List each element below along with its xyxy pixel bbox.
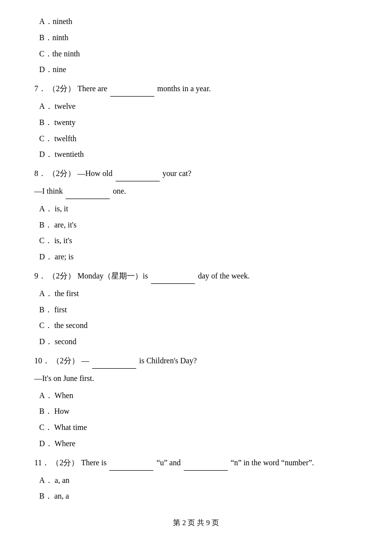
q11-option-b: B． an, a	[34, 489, 358, 504]
q8-option-d-text: are; is	[55, 252, 74, 261]
q10-option-c-text: What time	[54, 423, 87, 431]
q8-blank2	[66, 184, 110, 199]
q8-option-b: B． are, it's	[34, 218, 358, 232]
q11-option-b-label: B．	[39, 492, 52, 500]
q10-line1-before: —	[81, 356, 89, 365]
q10-option-a-label: A．	[39, 391, 53, 400]
q7-option-a-label: A．	[39, 102, 53, 110]
q11-option-b-text: an, a	[54, 492, 69, 500]
q10-points: （2分）	[52, 356, 79, 365]
q9-option-a: A． the first	[34, 287, 358, 301]
option-a-nineth-text: A．nineth	[39, 17, 73, 25]
option-c-the-ninth: C．the ninth	[34, 47, 358, 61]
q10-line2: —It's on June first.	[34, 374, 94, 382]
q8-line2-before: —I think	[34, 187, 63, 195]
q8-option-c: C． is, it's	[34, 234, 358, 248]
option-d-nine-text: D．nine	[39, 65, 66, 74]
q10-option-a: A． When	[34, 389, 358, 403]
q7-number: 7．	[34, 84, 46, 93]
option-b-ninth-text: B．ninth	[39, 33, 69, 42]
question-7: 7． （2分） There are months in a year.	[34, 82, 358, 97]
footer-text: 第 2 页 共 9 页	[173, 519, 219, 527]
q8-points: （2分）	[48, 169, 75, 177]
q11-option-a-label: A．	[39, 476, 53, 484]
q9-option-c-text: the second	[54, 321, 88, 329]
q7-text-after: months in a year.	[157, 84, 211, 93]
q9-option-d-text: second	[55, 337, 76, 346]
q10-blank1	[92, 354, 136, 369]
q9-text-before: Monday（星期一）is	[77, 272, 148, 280]
q10-option-b: B． How	[34, 404, 358, 419]
q11-text-middle2: “n” in the word “number”.	[231, 458, 314, 467]
q8-line2-after: one.	[113, 187, 126, 195]
q9-option-c: C． the second	[34, 319, 358, 333]
q8-option-b-label: B．	[39, 221, 52, 229]
page-footer: 第 2 页 共 9 页	[34, 518, 358, 528]
q8-option-c-text: is, it's	[54, 236, 73, 245]
q9-option-d-label: D．	[39, 337, 53, 346]
question-8-line2: —I think one.	[34, 184, 358, 199]
q9-option-b: B． first	[34, 303, 358, 317]
q8-option-d: D． are; is	[34, 250, 358, 264]
q11-option-a-text: a, an	[55, 476, 70, 484]
option-b-ninth: B．ninth	[34, 31, 358, 45]
q10-number: 10．	[34, 356, 50, 365]
question-9: 9． （2分） Monday（星期一）is day of the week.	[34, 269, 358, 284]
q7-option-b-text: twenty	[54, 118, 76, 126]
q9-option-c-label: C．	[39, 321, 52, 329]
q10-option-d: D． Where	[34, 437, 358, 451]
q9-option-a-text: the first	[55, 289, 79, 298]
q11-points: （2分）	[51, 458, 79, 467]
question-10-line1: 10． （2分） — is Children's Day?	[34, 354, 358, 369]
q8-option-c-label: C．	[39, 236, 52, 245]
q9-option-b-label: B．	[39, 305, 52, 314]
q9-number: 9．	[34, 272, 46, 280]
q7-option-d-text: twentieth	[55, 150, 84, 158]
q11-number: 11．	[34, 458, 49, 467]
q10-option-c-label: C．	[39, 423, 52, 431]
q7-option-c-text: twelfth	[54, 134, 76, 143]
q7-option-a: A． twelve	[34, 100, 358, 114]
question-8-line1: 8． （2分） —How old your cat?	[34, 167, 358, 181]
q9-option-a-label: A．	[39, 289, 53, 298]
q7-option-c-label: C．	[39, 134, 52, 143]
q10-line1-after: is Children's Day?	[139, 356, 197, 365]
q7-blank	[110, 82, 154, 97]
q8-line1-before: —How old	[77, 169, 113, 177]
q8-option-a-text: is, it	[55, 204, 69, 213]
q9-option-b-text: first	[54, 305, 67, 314]
q7-text-before: There are	[77, 84, 107, 93]
q8-option-d-label: D．	[39, 252, 53, 261]
question-11: 11． （2分） There is “u” and “n” in the wor…	[34, 456, 358, 471]
q10-option-b-text: How	[54, 407, 70, 415]
q9-blank	[151, 269, 195, 284]
q10-option-a-text: When	[54, 391, 73, 400]
q9-points: （2分）	[48, 272, 75, 280]
q9-option-d: D． second	[34, 335, 358, 349]
option-a-nineth: A．nineth	[34, 15, 358, 29]
q8-line1-after: your cat?	[163, 169, 192, 177]
q7-option-d: D． twentieth	[34, 148, 358, 162]
option-d-nine: D．nine	[34, 63, 358, 77]
q7-option-d-label: D．	[39, 150, 53, 158]
q11-text-middle1: “u” and	[156, 458, 180, 467]
q7-option-b: B． twenty	[34, 116, 358, 130]
q8-number: 8．	[34, 169, 46, 177]
q8-blank1	[116, 167, 160, 181]
q7-option-c: C． twelfth	[34, 132, 358, 146]
q8-option-a: A． is, it	[34, 202, 358, 216]
q7-points: （2分）	[48, 84, 75, 93]
q11-blank2	[184, 456, 228, 471]
q10-option-d-label: D．	[39, 439, 53, 448]
option-c-the-ninth-text: C．the ninth	[39, 50, 80, 58]
q8-option-a-label: A．	[39, 204, 53, 213]
q10-option-b-label: B．	[39, 407, 52, 415]
q10-option-c: C． What time	[34, 421, 358, 435]
q7-option-a-text: twelve	[55, 102, 76, 110]
q7-option-b-label: B．	[39, 118, 52, 126]
question-10-line2: —It's on June first.	[34, 372, 358, 386]
q11-text-before: There is	[81, 458, 106, 467]
q9-text-after: day of the week.	[198, 272, 250, 280]
q8-option-b-text: are, it's	[54, 221, 77, 229]
q11-blank1	[109, 456, 153, 471]
